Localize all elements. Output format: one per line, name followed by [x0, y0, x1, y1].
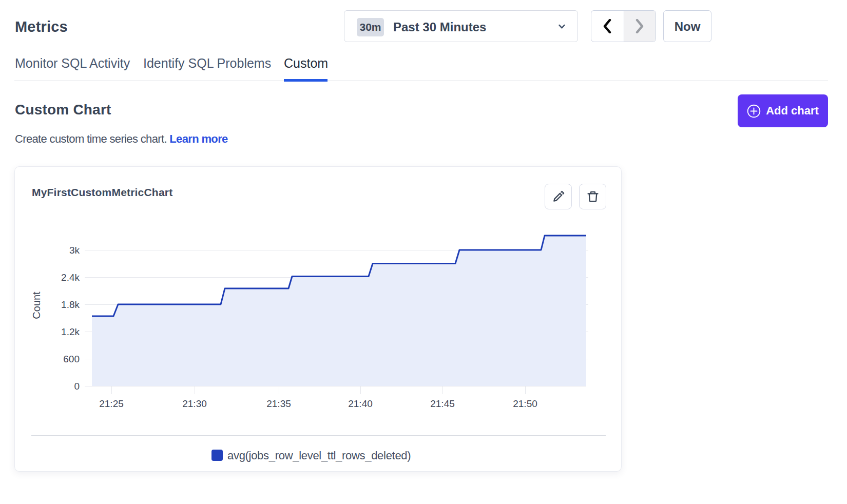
svg-text:21:35: 21:35	[266, 398, 291, 409]
svg-text:21:50: 21:50	[513, 398, 537, 409]
svg-text:0: 0	[74, 381, 80, 392]
svg-text:600: 600	[63, 354, 80, 364]
svg-text:21:40: 21:40	[348, 398, 373, 409]
svg-text:21:30: 21:30	[182, 398, 207, 409]
svg-text:Count: Count	[31, 292, 42, 319]
svg-text:1.8k: 1.8k	[61, 299, 80, 310]
svg-text:1.2k: 1.2k	[61, 326, 80, 337]
svg-text:21:45: 21:45	[430, 398, 455, 409]
svg-text:2.4k: 2.4k	[61, 272, 80, 283]
svg-text:3k: 3k	[69, 245, 80, 256]
svg-text:21:25: 21:25	[99, 398, 124, 409]
